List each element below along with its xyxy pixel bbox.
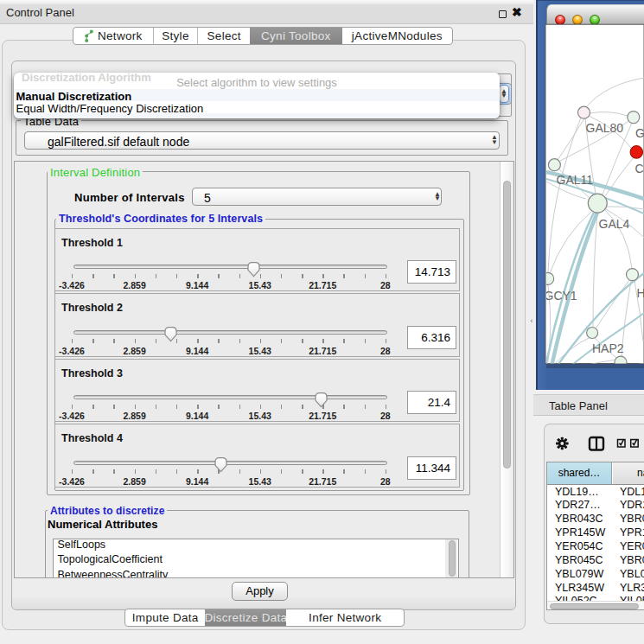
svg-text:GAL11: GAL11: [557, 173, 594, 187]
svg-text:HAP2: HAP2: [592, 341, 624, 355]
svg-text:H: H: [637, 286, 644, 300]
svg-text:GAL4: GAL4: [599, 217, 630, 231]
svg-text:GA: GA: [635, 126, 644, 140]
svg-text:GAL80: GAL80: [586, 121, 624, 135]
svg-text:CO: CO: [635, 162, 644, 175]
svg-text:GCY1: GCY1: [545, 289, 577, 303]
